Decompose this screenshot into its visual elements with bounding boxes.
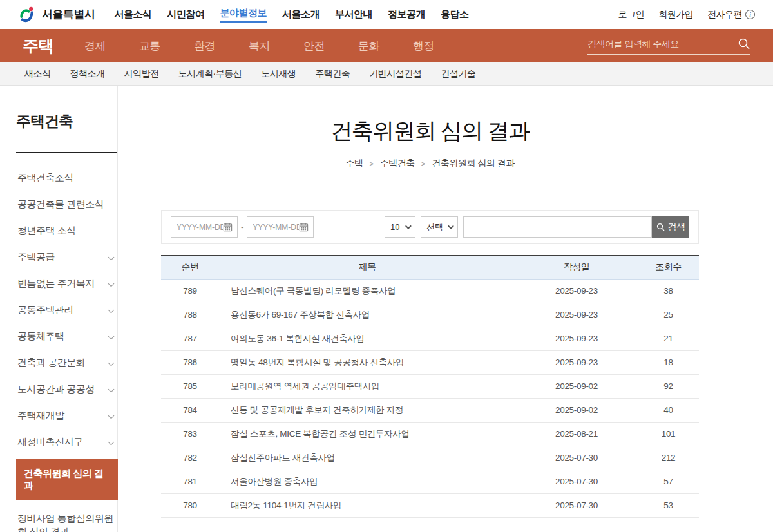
nav-item-eungdapso[interactable]: 응답소 xyxy=(441,8,469,21)
subnav-item-infrastructure[interactable]: 기반시설건설 xyxy=(369,68,421,80)
nav-item-seoul-intro[interactable]: 서울소개 xyxy=(282,8,320,21)
calendar-icon[interactable] xyxy=(223,222,233,232)
subnav-item-urban-planning[interactable]: 도시계획·부동산 xyxy=(178,68,242,80)
date-range-separator: - xyxy=(241,222,243,232)
sidebar-item-promotion-district[interactable]: 재정비촉진지구 xyxy=(16,429,117,455)
email-link[interactable]: 전자우편 i xyxy=(707,9,755,21)
chevron-down-icon xyxy=(108,386,115,393)
row-title-link[interactable]: 서울아산병원 증축사업 xyxy=(219,470,515,493)
row-no: 785 xyxy=(161,374,219,398)
table-row: 785 보라매공원역 역세권 공공임대주택사업 2025-09-02 92 xyxy=(161,374,699,398)
gnb-item-welfare[interactable]: 복지 xyxy=(249,39,270,53)
subnav-item-construction-tech[interactable]: 건설기술 xyxy=(441,68,475,80)
chevron-down-icon xyxy=(405,223,412,229)
chevron-down-icon xyxy=(108,439,115,446)
row-title-link[interactable]: 잠실진주아파트 재건축사업 xyxy=(219,446,515,470)
search-button[interactable]: 검색 xyxy=(652,216,689,238)
chevron-down-icon xyxy=(108,307,115,314)
sidebar-item-community-housing[interactable]: 공동체주택 xyxy=(16,323,117,350)
gnb-title-housing[interactable]: 주택 xyxy=(23,35,53,57)
subnav-item-news[interactable]: 새소식 xyxy=(24,68,51,80)
date-to-input[interactable] xyxy=(253,223,299,232)
keyword-input[interactable] xyxy=(463,216,652,238)
chevron-down-icon xyxy=(448,223,454,229)
row-title-link[interactable]: 남산스퀘어(구 극동빌딩) 리모델링 증축사업 xyxy=(219,279,515,303)
row-date: 2025-09-23 xyxy=(515,303,638,327)
calendar-icon[interactable] xyxy=(299,222,309,232)
login-link[interactable]: 로그인 xyxy=(618,9,645,21)
gnb-item-culture[interactable]: 문화 xyxy=(358,39,379,53)
gnb-band: 주택 경제 교통 환경 복지 안전 문화 행정 xyxy=(0,29,773,62)
row-no: 782 xyxy=(161,446,219,470)
row-views: 21 xyxy=(638,327,699,350)
nav-item-seoul-news[interactable]: 서울소식 xyxy=(115,8,152,21)
sidebar-title: 주택건축 xyxy=(16,111,117,131)
nav-item-citizen-participation[interactable]: 시민참여 xyxy=(167,8,205,21)
sidebar-item-youth-housing-news[interactable]: 청년주택 소식 xyxy=(16,218,117,244)
sidebar-item-urban-space-publicity[interactable]: 도시공간과 공공성 xyxy=(16,376,117,403)
subnav-item-policy[interactable]: 정책소개 xyxy=(70,68,105,80)
nav-item-field-info[interactable]: 분야별정보 xyxy=(220,7,267,23)
gnb-search xyxy=(587,37,750,55)
signup-link[interactable]: 회원가입 xyxy=(658,9,693,21)
date-to-field[interactable] xyxy=(247,216,314,238)
nav-item-dept-guide[interactable]: 부서안내 xyxy=(335,8,372,21)
sidebar-item-redevelopment[interactable]: 주택재개발 xyxy=(16,403,117,429)
row-title-link[interactable]: 명일동 48번지 복합시설 및 공공청사 신축사업 xyxy=(219,350,515,374)
column-header-views: 조회수 xyxy=(638,256,699,279)
subnav-item-regional[interactable]: 지역발전 xyxy=(124,68,159,80)
row-title-link[interactable]: 용산동6가 69-167 주상복합 신축사업 xyxy=(219,303,515,327)
sidebar-item-public-buildings-news[interactable]: 공공건축물 관련소식 xyxy=(16,191,117,218)
row-date: 2025-09-23 xyxy=(515,327,638,350)
row-title-link[interactable]: 신통 및 공공재개발 후보지 건축허가제한 지정 xyxy=(219,398,515,422)
gnb-item-economy[interactable]: 경제 xyxy=(84,39,106,53)
row-title-link[interactable]: 대림2동 1104-1번지 건립사업 xyxy=(219,493,515,517)
gnb-item-admin[interactable]: 행정 xyxy=(413,39,434,53)
sidebar-item-apartment-mgmt[interactable]: 공동주택관리 xyxy=(16,297,117,323)
seoul-logo[interactable]: 서울특별시 xyxy=(18,5,95,24)
search-icon[interactable] xyxy=(738,37,750,50)
row-date: 2025-09-02 xyxy=(515,398,638,422)
breadcrumb-current[interactable]: 건축위원회 심의 결과 xyxy=(432,158,514,169)
row-title-link[interactable]: 여의도동 36-1 복합시설 재건축사업 xyxy=(219,327,515,350)
gnb-item-safety[interactable]: 안전 xyxy=(303,39,325,53)
sidebar-item-integrated-review-results[interactable]: 정비사업 통합심의위원회 심의 결과 xyxy=(16,504,117,532)
row-no: 780 xyxy=(161,493,219,517)
table-row: 781 서울아산병원 증축사업 2025-07-30 57 xyxy=(161,470,699,493)
sidebar-item-housing-news[interactable]: 주택건축소식 xyxy=(16,165,117,191)
nav-item-info-disclosure[interactable]: 정보공개 xyxy=(388,8,425,21)
gnb-search-input[interactable] xyxy=(587,39,738,49)
sub-nav: 새소식 정책소개 지역발전 도시계획·부동산 도시재생 주택건축 기반시설건설 … xyxy=(0,62,773,86)
column-header-title: 제목 xyxy=(219,256,515,279)
search-icon xyxy=(656,223,665,231)
gnb-item-environment[interactable]: 환경 xyxy=(194,39,215,53)
row-title-link[interactable]: 잠실 스포츠, MICE 복합공간 조성 민간투자사업 xyxy=(219,422,515,446)
row-no: 784 xyxy=(161,398,219,422)
table-row: 789 남산스퀘어(구 극동빌딩) 리모델링 증축사업 2025-09-23 3… xyxy=(161,279,699,303)
row-views: 92 xyxy=(638,374,699,398)
row-no: 789 xyxy=(161,279,219,303)
subnav-item-housing-arch[interactable]: 주택건축 xyxy=(315,68,350,80)
date-from-input[interactable] xyxy=(177,223,223,232)
sidebar-item-housing-welfare[interactable]: 빈틈없는 주거복지 xyxy=(16,271,117,297)
sidebar-item-building-committee-results[interactable]: 건축위원회 심의 결과 xyxy=(16,459,118,500)
sidebar-item-housing-supply[interactable]: 주택공급 xyxy=(16,244,117,271)
chevron-down-icon xyxy=(108,360,115,366)
row-date: 2025-07-30 xyxy=(515,446,638,470)
page-size-select[interactable]: 10 xyxy=(385,216,415,238)
row-no: 781 xyxy=(161,470,219,493)
table-header-row: 순번 제목 작성일 조회수 xyxy=(161,256,699,279)
results-table: 순번 제목 작성일 조회수 789 남산스퀘어(구 극동빌딩) 리모델링 증축사… xyxy=(161,255,699,518)
subnav-item-urban-regen[interactable]: 도시재생 xyxy=(261,68,296,80)
date-from-field[interactable] xyxy=(171,216,238,238)
breadcrumb-housing-arch[interactable]: 주택건축 xyxy=(380,158,415,169)
table-row: 784 신통 및 공공재개발 후보지 건축허가제한 지정 2025-09-02 … xyxy=(161,398,699,422)
sidebar-item-arch-space-culture[interactable]: 건축과 공간문화 xyxy=(16,350,117,376)
gnb-item-traffic[interactable]: 교통 xyxy=(139,39,160,53)
row-title-link[interactable]: 보라매공원역 역세권 공공임대주택사업 xyxy=(219,374,515,398)
row-views: 38 xyxy=(638,279,699,303)
info-icon: i xyxy=(745,10,755,19)
breadcrumb-housing[interactable]: 주택 xyxy=(345,158,363,169)
chevron-down-icon xyxy=(108,281,115,287)
search-category-select[interactable]: 선택 xyxy=(421,216,458,238)
